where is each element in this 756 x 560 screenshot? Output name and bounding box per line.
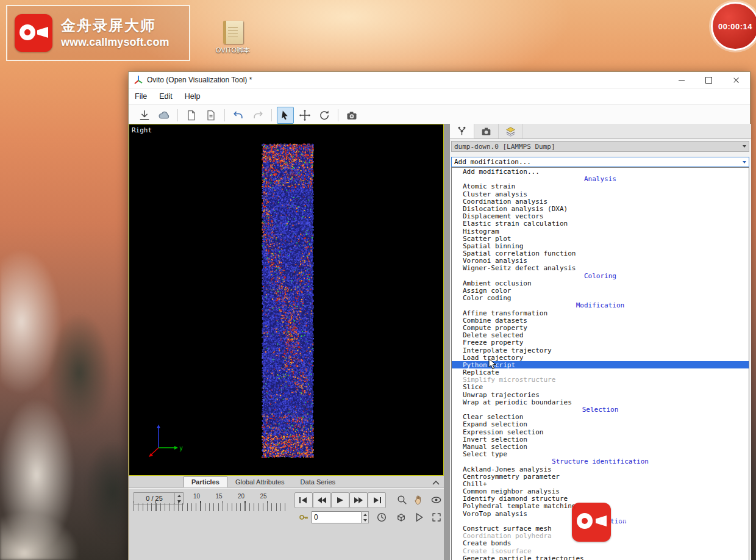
- command-panel-tabs: [450, 124, 751, 139]
- list-item[interactable]: Common neighbor analysis: [452, 487, 749, 495]
- pipeline-source-dropdown[interactable]: dump-down.0 [LAMMPS Dump]: [451, 141, 749, 152]
- list-item[interactable]: Select type: [452, 450, 749, 458]
- list-item[interactable]: Elastic strain calculation: [452, 220, 749, 227]
- list-item[interactable]: Expression selection: [452, 428, 749, 436]
- list-item[interactable]: Atomic strain: [452, 182, 749, 190]
- run-script-arrow-icon[interactable]: [413, 511, 426, 523]
- list-item[interactable]: Slice: [452, 383, 749, 390]
- redo-button: [249, 107, 266, 124]
- previous-frame-button[interactable]: [313, 492, 331, 508]
- pan-mode-button[interactable]: [296, 107, 313, 124]
- pan-timeline-hand-icon[interactable]: [412, 493, 426, 506]
- timeline-minor-ticks[interactable]: [134, 503, 288, 511]
- maximize-viewport-icon[interactable]: [430, 511, 443, 523]
- close-button[interactable]: [722, 72, 750, 88]
- menu-file[interactable]: File: [129, 90, 153, 103]
- save-state-file-button[interactable]: [202, 107, 219, 124]
- list-item[interactable]: Generate particle trajectories: [452, 555, 749, 560]
- tab-global-attributes[interactable]: Global Attributes: [227, 476, 293, 487]
- list-item[interactable]: Expand selection: [452, 420, 749, 428]
- list-item[interactable]: Manual selection: [452, 443, 749, 450]
- list-item[interactable]: Wrap at periodic boundaries: [452, 398, 749, 406]
- list-item[interactable]: Combine datasets: [452, 317, 749, 324]
- tab-pipeline[interactable]: [450, 124, 474, 138]
- list-item[interactable]: Wigner-Seitz defect analysis: [452, 264, 749, 271]
- play-button[interactable]: [331, 492, 349, 508]
- list-item[interactable]: Voronoi analysis: [452, 257, 749, 264]
- list-item[interactable]: Dislocation analysis (DXA): [452, 205, 749, 212]
- orbit-mode-button[interactable]: [316, 107, 333, 124]
- list-item[interactable]: Freeze property: [452, 339, 749, 346]
- list-item-add-modification[interactable]: Add modification...: [452, 168, 749, 175]
- animation-timeline: 0 / 25 10152025: [129, 488, 444, 560]
- add-modification-list: Add modification...AnalysisAtomic strain…: [451, 167, 749, 560]
- list-item[interactable]: Spatial binning: [452, 242, 749, 249]
- collapse-panel-button[interactable]: [430, 478, 441, 487]
- frame-number-input[interactable]: [312, 511, 363, 523]
- import-remote-file-button[interactable]: [155, 107, 173, 124]
- next-frame-button[interactable]: [349, 492, 368, 508]
- recording-timer-text: 00:00:14: [718, 22, 752, 31]
- list-item[interactable]: Interpolate trajectory: [452, 346, 749, 354]
- list-item[interactable]: Load trajectory: [452, 354, 749, 361]
- tab-overlays[interactable]: [499, 124, 523, 138]
- tab-render[interactable]: [474, 124, 499, 138]
- list-item[interactable]: Clear selection: [452, 413, 749, 420]
- list-item[interactable]: Scatter plot: [452, 235, 749, 242]
- desktop-icon-ovito-script[interactable]: OVITO脚本: [213, 21, 252, 55]
- tab-data-series[interactable]: Data Series: [293, 476, 343, 487]
- frame-input-spinner[interactable]: [361, 511, 369, 523]
- open-state-file-button[interactable]: [183, 107, 200, 124]
- add-modification-combobox[interactable]: Add modification...: [451, 157, 749, 167]
- list-item[interactable]: Identify diamond structure: [452, 495, 749, 502]
- list-item[interactable]: Displacement vectors: [452, 212, 749, 220]
- jump-to-end-button[interactable]: [368, 492, 386, 508]
- list-item[interactable]: Color coding: [452, 294, 749, 301]
- list-item[interactable]: Cluster analysis: [452, 190, 749, 198]
- simulation-cell-icon[interactable]: [394, 511, 408, 523]
- import-file-button[interactable]: [136, 107, 153, 124]
- list-item[interactable]: Replicate: [452, 368, 749, 376]
- list-item[interactable]: Assign color: [452, 287, 749, 294]
- toolbar-separator: [271, 109, 272, 121]
- animation-key-icon[interactable]: [297, 511, 310, 523]
- jump-to-start-button[interactable]: [294, 492, 313, 508]
- add-modification-label: Add modification...: [452, 158, 743, 166]
- list-item[interactable]: Python script: [452, 361, 749, 368]
- menu-edit[interactable]: Edit: [153, 90, 179, 103]
- panel-splitter[interactable]: [444, 124, 450, 560]
- list-item[interactable]: Chill+: [452, 480, 749, 487]
- list-item[interactable]: Affine transformation: [452, 309, 749, 317]
- chevron-down-icon: [743, 145, 746, 148]
- viewport-label[interactable]: Right: [132, 126, 152, 134]
- recorder-watermark: 金舟录屏大师 www.callmysoft.com: [572, 503, 706, 542]
- tab-particles[interactable]: Particles: [184, 476, 227, 487]
- titlebar[interactable]: Ovito (Open Visualization Tool) *: [129, 72, 750, 88]
- recorder-site-url: www.callmysoft.com: [61, 35, 169, 49]
- minimize-button[interactable]: [668, 72, 695, 88]
- zoom-timeline-icon[interactable]: [394, 493, 409, 506]
- undo-button[interactable]: [230, 107, 247, 124]
- menu-help[interactable]: Help: [179, 90, 207, 103]
- visibility-eye-icon[interactable]: [429, 493, 443, 506]
- list-item[interactable]: Histogram: [452, 228, 749, 235]
- animation-settings-clock-icon[interactable]: [375, 511, 388, 523]
- list-item[interactable]: Ambient occlusion: [452, 279, 749, 287]
- list-item[interactable]: Delete selected: [452, 331, 749, 339]
- list-item[interactable]: Ackland-Jones analysis: [452, 465, 749, 473]
- render-button[interactable]: [343, 107, 360, 124]
- viewport-right[interactable]: Right y: [129, 124, 444, 476]
- list-item[interactable]: Coordination analysis: [452, 198, 749, 205]
- pipeline-source-label: dump-down.0 [LAMMPS Dump]: [452, 143, 743, 151]
- list-item[interactable]: Spatial correlation function: [452, 249, 749, 257]
- list-item[interactable]: Compute property: [452, 324, 749, 331]
- watermark-camera-icon: [572, 503, 611, 542]
- list-item[interactable]: Invert selection: [452, 436, 749, 443]
- list-item[interactable]: Unwrap trajectories: [452, 391, 749, 398]
- maximize-button[interactable]: [695, 72, 722, 88]
- select-mode-button[interactable]: [277, 107, 294, 124]
- list-section-header: Selection: [452, 406, 749, 413]
- list-item[interactable]: Centrosymmetry parameter: [452, 473, 749, 480]
- list-section-header: Structure identification: [452, 458, 749, 465]
- list-section-header: Coloring: [452, 272, 749, 279]
